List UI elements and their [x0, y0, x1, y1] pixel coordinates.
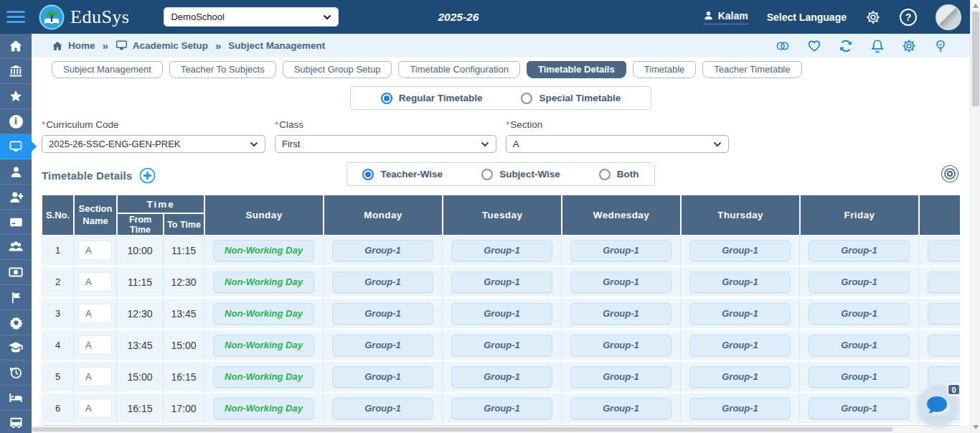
tab-timetable-details[interactable]: Timetable Details: [527, 61, 626, 78]
tab-teacher-timetable[interactable]: Teacher Timetable: [702, 61, 801, 78]
group-slot-button[interactable]: Group-1: [332, 366, 433, 388]
group-slot-button[interactable]: Group-1: [809, 366, 910, 388]
group-slot-button[interactable]: Group-1: [451, 271, 552, 293]
nonworking-day-button[interactable]: Non-Working Day: [213, 335, 314, 356]
hamburger-menu-icon[interactable]: [0, 0, 32, 34]
radio-teacher-wise[interactable]: Teacher-Wise: [362, 169, 443, 180]
horizontal-scrollbar-thumb[interactable]: [32, 427, 892, 432]
help-icon[interactable]: ?: [900, 9, 917, 26]
nonworking-day-button[interactable]: Non-Working Day: [213, 240, 314, 261]
vertical-scrollbar[interactable]: [970, 0, 980, 433]
group-slot-button[interactable]: [928, 271, 960, 293]
group-slot-button[interactable]: [928, 303, 960, 325]
section-select[interactable]: A: [506, 135, 729, 153]
sidebar-item-home[interactable]: [0, 34, 32, 59]
nonworking-day-button[interactable]: Non-Working Day: [213, 303, 314, 325]
group-slot-button[interactable]: Group-1: [689, 366, 791, 388]
group-slot-button[interactable]: Group-1: [689, 240, 791, 261]
bell-icon[interactable]: [870, 38, 885, 54]
sidebar-item-courses[interactable]: [0, 335, 32, 360]
group-slot-button[interactable]: Group-1: [570, 335, 672, 356]
sidebar-item-flag[interactable]: [0, 285, 32, 310]
user-menu[interactable]: Kalam: [703, 10, 748, 24]
group-slot-button[interactable]: Group-1: [332, 271, 433, 293]
curriculum-code-select[interactable]: 2025-26-SSC-ENG-GEN-PREK: [42, 135, 265, 153]
group-slot-button[interactable]: Group-1: [570, 366, 672, 388]
settings-gear-icon[interactable]: [865, 9, 881, 25]
group-slot-button[interactable]: Group-1: [332, 335, 433, 356]
user-avatar[interactable]: [936, 4, 961, 30]
radio-special-timetable[interactable]: Special Timetable: [521, 93, 621, 104]
group-slot-button[interactable]: Group-1: [570, 271, 672, 293]
nonworking-day-button[interactable]: Non-Working Day: [213, 271, 314, 293]
tab-teacher-to-subjects[interactable]: Teacher To Subjects: [169, 61, 276, 78]
sidebar-item-id-card[interactable]: [0, 210, 32, 235]
sidebar-item-admission[interactable]: [0, 185, 32, 210]
section-name-input[interactable]: A: [78, 399, 112, 418]
section-name-input[interactable]: A: [78, 272, 112, 292]
sidebar-item-finance[interactable]: [0, 260, 32, 285]
sidebar-item-info[interactable]: i: [0, 109, 32, 134]
tab-timetable[interactable]: Timetable: [633, 61, 697, 78]
group-slot-button[interactable]: Group-1: [689, 335, 791, 356]
tab-subject-management[interactable]: Subject Management: [52, 61, 163, 78]
group-slot-button[interactable]: Group-1: [809, 398, 910, 419]
sidebar-item-academics-active[interactable]: [0, 134, 32, 159]
refresh-icon[interactable]: [838, 38, 854, 54]
school-select[interactable]: DemoSchool: [164, 7, 339, 27]
group-slot-button[interactable]: Group-1: [809, 271, 910, 293]
group-slot-button[interactable]: Group-1: [689, 303, 791, 325]
radio-both[interactable]: Both: [599, 169, 639, 180]
radio-subject-wise[interactable]: Subject-Wise: [481, 169, 560, 180]
group-slot-button[interactable]: Group-1: [332, 240, 433, 261]
group-slot-button[interactable]: [928, 240, 960, 261]
breadcrumb-academic-setup[interactable]: Academic Setup: [116, 40, 208, 51]
add-timetable-button[interactable]: [139, 167, 156, 184]
section-name-input[interactable]: A: [78, 304, 112, 323]
group-slot-button[interactable]: Group-1: [809, 303, 910, 325]
breadcrumb-home[interactable]: Home: [52, 40, 95, 52]
group-slot-button[interactable]: Group-1: [451, 398, 552, 419]
group-slot-button[interactable]: Group-1: [451, 335, 552, 356]
radio-regular-timetable[interactable]: Regular Timetable: [381, 93, 483, 104]
lightbulb-icon[interactable]: [933, 38, 948, 54]
sidebar-item-settings[interactable]: [0, 310, 32, 335]
group-slot-button[interactable]: Group-1: [332, 398, 433, 419]
select-language-button[interactable]: Select Language: [767, 11, 847, 23]
group-slot-button[interactable]: Group-1: [451, 240, 552, 261]
section-name-input[interactable]: A: [78, 335, 112, 355]
horizontal-scrollbar[interactable]: [32, 426, 970, 433]
group-slot-button[interactable]: Group-1: [689, 398, 791, 419]
sidebar-item-transport[interactable]: [0, 411, 32, 433]
group-slot-button[interactable]: Group-1: [570, 303, 672, 325]
toggle-icon[interactable]: [775, 38, 791, 54]
focus-target-button[interactable]: [940, 164, 960, 187]
sidebar-item-institution[interactable]: [0, 59, 32, 84]
scroll-up-arrow[interactable]: [973, 4, 979, 8]
vertical-scrollbar-thumb[interactable]: [972, 11, 979, 106]
group-slot-button[interactable]: [928, 335, 960, 356]
gear-icon[interactable]: [901, 38, 917, 54]
chat-widget-button[interactable]: 0: [918, 386, 958, 427]
nonworking-day-button[interactable]: Non-Working Day: [213, 366, 314, 388]
sidebar-item-staff-groups[interactable]: [0, 235, 32, 260]
scroll-down-arrow[interactable]: [973, 425, 979, 429]
group-slot-button[interactable]: Group-1: [451, 303, 552, 325]
sidebar-item-history[interactable]: [0, 360, 32, 386]
group-slot-button[interactable]: Group-1: [451, 366, 552, 388]
group-slot-button[interactable]: Group-1: [570, 240, 672, 261]
nonworking-day-button[interactable]: Non-Working Day: [213, 398, 314, 419]
group-slot-button[interactable]: Group-1: [809, 240, 910, 261]
tab-subject-group-setup[interactable]: Subject Group Setup: [283, 61, 392, 78]
sidebar-item-student[interactable]: [0, 159, 32, 185]
group-slot-button[interactable]: Group-1: [689, 271, 791, 293]
group-slot-button[interactable]: Group-1: [809, 335, 910, 356]
group-slot-button[interactable]: Group-1: [570, 398, 672, 419]
sidebar-item-favorites[interactable]: [0, 84, 32, 109]
section-name-input[interactable]: A: [78, 241, 112, 260]
heart-icon[interactable]: [806, 38, 822, 54]
class-select[interactable]: First: [275, 135, 496, 153]
tab-timetable-configuration[interactable]: Timetable Configuration: [398, 61, 520, 78]
group-slot-button[interactable]: Group-1: [332, 303, 433, 325]
sidebar-item-hostel[interactable]: [0, 386, 32, 411]
